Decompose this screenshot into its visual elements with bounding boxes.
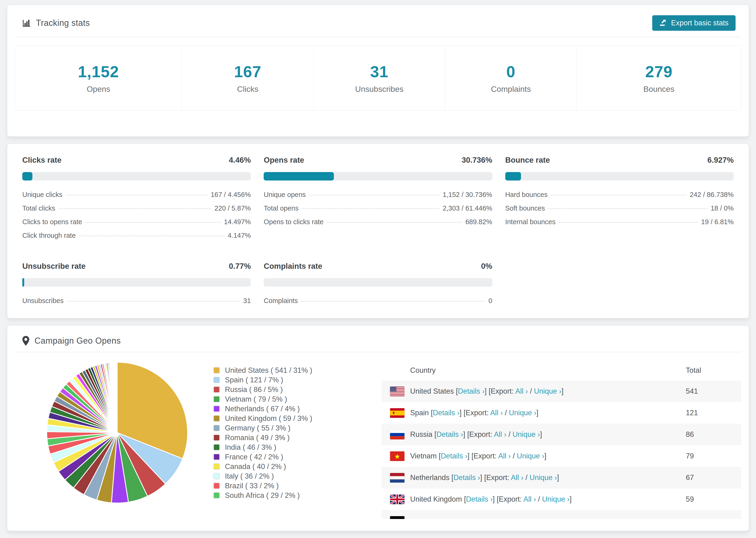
export-basic-stats-button[interactable]: Export basic stats — [652, 15, 735, 31]
geo-table-row: United States [Details ›] [Export: All ›… — [382, 381, 741, 402]
stat-label: Complaints — [491, 84, 531, 94]
country-name: Netherlands [ — [410, 473, 453, 482]
details-link[interactable]: Details › — [466, 495, 493, 503]
metric-value: 2,303 / 61.446% — [443, 204, 492, 212]
stat-value: 0 — [507, 62, 515, 81]
tracking-stats-title: Tracking stats — [22, 18, 90, 28]
export-unique-link[interactable]: Unique › — [517, 452, 544, 460]
link-separator: / — [511, 452, 517, 460]
metric-value: 18 / 0% — [711, 204, 734, 212]
country-flag-icon — [390, 473, 405, 483]
stat-label: Unsubscribes — [355, 84, 404, 94]
country-flag-icon — [390, 408, 405, 418]
metric-value: 31 — [243, 297, 251, 305]
export-unique-link[interactable]: Unique › — [509, 409, 536, 417]
page: Tracking stats Export basic stats 1,152 — [0, 0, 756, 536]
country-column-header: Country — [382, 366, 686, 375]
metric-label: Unique clicks — [22, 191, 63, 198]
legend-swatch — [213, 454, 220, 460]
total-cell: 67 — [686, 473, 741, 482]
metric-value: 689.82% — [465, 218, 492, 226]
metric-row: Unique clicks 167 / 4.456% — [22, 191, 251, 204]
country-flag-icon — [390, 387, 405, 396]
export-unique-link[interactable]: Unique › — [513, 430, 540, 439]
total-cell: 86 — [686, 430, 741, 439]
legend-item: Canada ( 40 / 2% ) — [213, 462, 312, 471]
stat-value: 31 — [370, 62, 389, 81]
metric-value: 167 / 4.456% — [211, 191, 251, 198]
map-pin-icon — [22, 336, 29, 346]
dotted-leader — [551, 195, 686, 195]
legend-item: South Africa ( 29 / 2% ) — [213, 491, 312, 500]
dotted-leader — [559, 222, 698, 223]
metric-label: Soft bounces — [505, 204, 545, 212]
export-all-link[interactable]: All › — [523, 495, 536, 503]
total-cell: 59 — [686, 495, 741, 504]
rate-title: Opens rate — [264, 156, 304, 165]
pie-slice-other — [117, 362, 117, 433]
dotted-leader — [58, 208, 211, 209]
total-cell: 79 — [686, 452, 741, 460]
rate-title: Unsubscribe rate — [22, 262, 86, 271]
export-all-link[interactable]: All › — [494, 430, 507, 439]
export-unique-link[interactable]: Unique › — [529, 473, 557, 482]
country-cell: Netherlands [Details ›] [Export: All › /… — [410, 473, 686, 482]
export-icon — [659, 18, 667, 28]
rate-rows: Complaints 0 — [264, 297, 492, 310]
total-cell: 121 — [686, 409, 741, 417]
export-all-link[interactable]: All › — [498, 452, 511, 460]
legend-item: Vietnam ( 79 / 5% ) — [213, 394, 312, 404]
legend-item: Italy ( 36 / 2% ) — [213, 471, 312, 481]
progress-bar-fill — [505, 172, 521, 181]
export-label: ] [Export: — [485, 387, 515, 395]
metric-value: 242 / 86.738% — [690, 191, 734, 198]
rate-block: Opens rate 30.736% Unique opens 1,152 / … — [264, 156, 492, 245]
export-button-label: Export basic stats — [671, 19, 729, 27]
details-link[interactable]: Details › — [458, 387, 485, 395]
details-link[interactable]: Details › — [453, 473, 480, 482]
country-flag-icon — [390, 430, 405, 439]
stat-value: 167 — [234, 62, 261, 81]
bracket-close: ] — [544, 452, 546, 460]
export-all-link[interactable]: All › — [515, 387, 528, 395]
legend-label: United States ( 541 / 31% ) — [225, 366, 312, 375]
geo-pie-chart — [44, 360, 190, 506]
legend-label: France ( 42 / 2% ) — [225, 453, 283, 461]
legend-item: India ( 46 / 3% ) — [213, 443, 312, 452]
legend-label: Canada ( 40 / 2% ) — [225, 462, 286, 471]
metric-value: 14.497% — [224, 218, 251, 226]
export-unique-link[interactable]: Unique › — [542, 495, 569, 503]
dotted-leader — [548, 208, 707, 209]
legend-label: Italy ( 36 / 2% ) — [225, 472, 274, 480]
metric-label: Unique opens — [264, 191, 306, 198]
metric-row: Complaints 0 — [264, 297, 492, 310]
geo-table-row: Spain [Details ›] [Export: All › / Uniqu… — [382, 402, 741, 424]
stat-label: Clicks — [237, 84, 258, 94]
legend-swatch — [213, 473, 220, 479]
export-unique-link[interactable]: Unique › — [534, 387, 561, 395]
export-all-link[interactable]: All › — [511, 473, 523, 482]
legend-label: Brazil ( 33 / 2% ) — [225, 482, 279, 490]
legend-item: Romania ( 49 / 3% ) — [213, 433, 312, 443]
country-name: Russia [ — [410, 430, 436, 439]
rates-grid: Clicks rate 4.46% Unique clicks 167 / 4.… — [7, 144, 749, 310]
rate-title: Complaints rate — [264, 262, 322, 271]
geo-legend: United States ( 541 / 31% ) Spain ( 121 … — [213, 365, 312, 519]
geo-table-row: Netherlands [Details ›] [Export: All › /… — [382, 467, 741, 488]
legend-swatch — [213, 425, 220, 431]
details-link[interactable]: Details › — [441, 452, 467, 460]
rates-card: Clicks rate 4.46% Unique clicks 167 / 4.… — [7, 144, 749, 318]
metric-label: Hard bounces — [505, 191, 548, 198]
details-link[interactable]: Details › — [436, 430, 463, 439]
bracket-close: ] — [569, 495, 572, 503]
export-label: ] [Export: — [459, 409, 490, 417]
details-link[interactable]: Details › — [433, 409, 460, 417]
legend-item: Russia ( 86 / 5% ) — [213, 385, 312, 394]
rate-block: Complaints rate 0% Complaints 0 — [264, 262, 492, 310]
export-all-link[interactable]: All › — [490, 409, 503, 417]
stats-strip: 1,152 Opens 167 Clicks 31 Unsubscribes 0… — [15, 45, 741, 111]
progress-bar — [264, 278, 492, 287]
metric-value: 1,152 / 30.736% — [443, 191, 492, 198]
metric-value: 0 — [489, 297, 492, 305]
rate-value: 30.736% — [461, 156, 492, 165]
